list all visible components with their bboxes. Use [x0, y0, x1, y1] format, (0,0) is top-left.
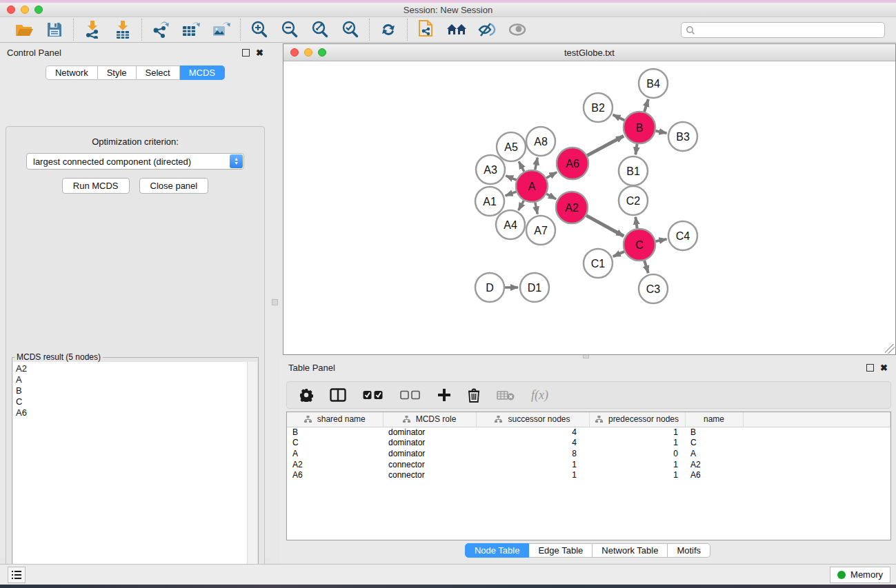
table-row[interactable]: Cdominator41C — [287, 438, 890, 449]
graph-edge-B-B4[interactable] — [644, 99, 648, 112]
result-item[interactable]: B — [16, 385, 257, 396]
save-session-icon[interactable] — [44, 20, 65, 39]
graph-edge-C-C2[interactable] — [635, 217, 637, 228]
import-table-icon[interactable] — [112, 20, 133, 39]
control-panel-tabs: Network Style Select MCDS — [0, 65, 270, 80]
tab-network[interactable]: Network — [46, 65, 98, 80]
graph-edge-A-A3[interactable] — [506, 176, 516, 180]
graph-edge-A2-C[interactable] — [586, 216, 624, 236]
network-view-title: testGlobe.txt — [283, 48, 895, 58]
network-canvas[interactable]: B4B2BB3A8A5A6A3B1AA1C2A2A4A7C4CC1C3DD1 — [284, 62, 895, 354]
refresh-icon[interactable] — [378, 20, 399, 39]
export-image-icon[interactable] — [211, 20, 232, 39]
column-header[interactable]: shared name — [287, 412, 383, 427]
trash-icon[interactable] — [468, 388, 480, 403]
control-panel-title: Control Panel — [7, 48, 61, 58]
column-header[interactable]: successor nodes — [476, 412, 589, 427]
graph-node-label: A6 — [566, 158, 579, 170]
vertical-splitter-handle[interactable] — [272, 299, 278, 305]
task-list-button[interactable] — [8, 567, 26, 583]
main-toolbar — [0, 17, 896, 43]
add-icon[interactable] — [437, 388, 451, 402]
graph-edge-B-B1[interactable] — [635, 144, 637, 154]
tab-style[interactable]: Style — [98, 65, 137, 80]
zoom-out-icon[interactable] — [279, 20, 300, 39]
delete-table-icon — [497, 389, 515, 401]
memory-button[interactable]: Memory — [830, 567, 890, 583]
graph-edge-A-A5[interactable] — [519, 161, 524, 172]
unchecked-pair-icon[interactable] — [400, 390, 421, 400]
home-icon[interactable] — [446, 20, 467, 39]
graph-edge-A-A1[interactable] — [506, 192, 517, 196]
optimization-criterion-dropdown[interactable]: largest connected component (directed) ▲… — [26, 153, 244, 170]
table-row[interactable]: Adominator80A — [287, 448, 890, 459]
tab-motifs[interactable]: Motifs — [668, 543, 710, 558]
graph-node-label: C1 — [591, 258, 606, 270]
result-item[interactable]: C — [16, 396, 257, 407]
graph-node-label: A7 — [534, 225, 548, 236]
graph-edge-A-A8[interactable] — [535, 158, 538, 170]
tab-node-table[interactable]: Node Table — [465, 543, 530, 558]
node-table[interactable]: shared nameMCDS rolesuccessor nodesprede… — [286, 412, 891, 540]
tab-network-table[interactable]: Network Table — [593, 543, 668, 558]
column-header[interactable]: name — [685, 412, 743, 427]
zoom-in-icon[interactable] — [249, 20, 270, 39]
mcds-result-list[interactable]: A2ABCA6 — [13, 362, 257, 588]
import-network-icon[interactable] — [82, 20, 103, 39]
table-tabs: Node Table Edge Table Network Table Moti… — [465, 543, 710, 558]
graph-node-label: D — [486, 282, 494, 294]
mcds-result-box: MCDS result (5 nodes) A2ABCA6 — [12, 357, 259, 588]
run-mcds-button[interactable]: Run MCDS — [62, 178, 130, 194]
table-row[interactable]: A2connector11A2 — [287, 459, 890, 470]
graph-edge-A6-B[interactable] — [587, 136, 624, 155]
zoom-selected-icon[interactable] — [340, 20, 361, 39]
checked-pair-icon[interactable] — [363, 390, 384, 400]
table-row[interactable]: Bdominator41B — [287, 427, 890, 438]
graph-node-label: B2 — [591, 102, 605, 114]
close-panel-button[interactable]: Close panel — [139, 178, 209, 194]
column-header[interactable]: MCDS role — [383, 412, 476, 427]
export-network-icon[interactable] — [150, 20, 171, 39]
graph-node-label: B1 — [626, 165, 640, 177]
float-panel-icon[interactable] — [242, 49, 250, 57]
close-table-panel-icon[interactable]: ✖ — [880, 364, 888, 372]
graph-edge-C-C1[interactable] — [613, 252, 624, 256]
graph-edge-B-B2[interactable] — [613, 114, 625, 120]
control-panel: Control Panel ✖ Network Style Select MCD… — [0, 43, 270, 558]
result-item[interactable]: A6 — [16, 407, 257, 418]
tab-select[interactable]: Select — [137, 65, 180, 80]
graph-node-label: A5 — [504, 141, 518, 153]
chevron-updown-icon: ▲▼ — [230, 154, 243, 168]
table-row[interactable]: A6connector11A6 — [287, 469, 890, 480]
result-item[interactable]: A2 — [16, 363, 257, 374]
tab-edge-table[interactable]: Edge Table — [529, 543, 593, 558]
graph-edge-C-C3[interactable] — [644, 261, 648, 273]
graph-node-label: C3 — [646, 283, 661, 295]
graph-node-label: C4 — [676, 230, 690, 242]
column-header[interactable]: predecessor nodes — [589, 412, 685, 427]
close-panel-icon[interactable]: ✖ — [256, 49, 263, 57]
search-input[interactable] — [681, 22, 885, 38]
graph-edge-C-C4[interactable] — [656, 239, 667, 241]
result-item[interactable]: A — [16, 374, 257, 385]
export-table-icon[interactable] — [181, 20, 201, 39]
resize-grip[interactable] — [885, 344, 895, 354]
graph-edge-A-A6[interactable] — [546, 172, 557, 179]
open-session-icon[interactable] — [416, 20, 437, 39]
float-table-panel-icon[interactable] — [866, 364, 874, 372]
columns-icon[interactable] — [330, 388, 346, 402]
optimization-criterion-label: Optimization criterion: — [6, 136, 264, 147]
network-graph: B4B2BB3A8A5A6A3B1AA1C2A2A4A7C4CC1C3DD1 — [284, 62, 895, 354]
graph-edge-B-B3[interactable] — [656, 131, 667, 133]
graph-edge-A-A7[interactable] — [535, 203, 537, 214]
zoom-fit-icon[interactable] — [310, 20, 330, 39]
graph-edge-A-A4[interactable] — [519, 201, 524, 210]
gear-icon[interactable] — [299, 388, 313, 402]
scrollbar[interactable] — [247, 362, 257, 588]
tab-mcds[interactable]: MCDS — [180, 65, 225, 80]
graph-edge-A-A2[interactable] — [546, 194, 556, 199]
open-file-icon[interactable] — [14, 20, 34, 39]
graph-node-label: A2 — [565, 202, 579, 214]
eye-icon[interactable] — [507, 20, 528, 39]
hide-graphics-icon[interactable] — [477, 20, 497, 39]
